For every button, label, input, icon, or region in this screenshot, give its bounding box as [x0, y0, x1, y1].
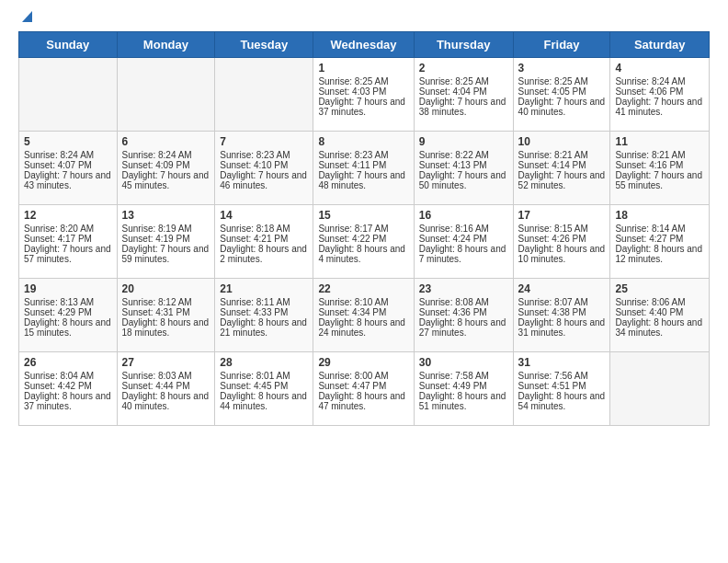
calendar-cell — [19, 58, 118, 132]
daylight-text: Daylight: 7 hours and 43 minutes. — [24, 170, 111, 190]
week-row-4: 19 Sunrise: 8:13 AM Sunset: 4:29 PM Dayl… — [19, 279, 710, 352]
week-row-2: 5 Sunrise: 8:24 AM Sunset: 4:07 PM Dayli… — [19, 132, 710, 205]
daylight-text: Daylight: 7 hours and 50 minutes. — [419, 170, 506, 190]
sunset-text: Sunset: 4:06 PM — [615, 86, 683, 97]
sunset-text: Sunset: 4:13 PM — [419, 160, 487, 170]
sunrise-text: Sunrise: 8:08 AM — [419, 297, 489, 307]
sunset-text: Sunset: 4:49 PM — [419, 381, 487, 391]
calendar-cell: 6 Sunrise: 8:24 AM Sunset: 4:09 PM Dayli… — [117, 132, 215, 205]
calendar-cell — [117, 58, 215, 132]
sunset-text: Sunset: 4:10 PM — [220, 160, 288, 170]
daylight-text: Daylight: 7 hours and 46 minutes. — [220, 170, 307, 190]
calendar-cell: 5 Sunrise: 8:24 AM Sunset: 4:07 PM Dayli… — [19, 132, 118, 205]
day-number: 30 — [419, 356, 508, 369]
sunset-text: Sunset: 4:17 PM — [24, 234, 92, 244]
day-number: 15 — [318, 209, 408, 222]
sunrise-text: Sunrise: 8:23 AM — [220, 150, 290, 160]
daylight-text: Daylight: 7 hours and 57 minutes. — [24, 244, 111, 264]
calendar-cell: 24 Sunrise: 8:07 AM Sunset: 4:38 PM Dayl… — [513, 279, 610, 352]
sunrise-text: Sunrise: 8:18 AM — [220, 224, 290, 234]
calendar-cell: 17 Sunrise: 8:15 AM Sunset: 4:26 PM Dayl… — [513, 205, 610, 279]
day-number: 2 — [419, 62, 508, 75]
daylight-text: Daylight: 8 hours and 40 minutes. — [122, 391, 210, 411]
sunrise-text: Sunrise: 8:25 AM — [318, 76, 388, 86]
day-number: 10 — [518, 135, 606, 148]
calendar-cell: 3 Sunrise: 8:25 AM Sunset: 4:05 PM Dayli… — [513, 58, 610, 132]
sunset-text: Sunset: 4:09 PM — [122, 160, 190, 170]
logo-triangle-icon — [19, 11, 32, 24]
day-number: 6 — [122, 135, 210, 148]
week-row-5: 26 Sunrise: 8:04 AM Sunset: 4:42 PM Dayl… — [19, 352, 710, 426]
sunrise-text: Sunrise: 8:21 AM — [518, 150, 588, 160]
sunset-text: Sunset: 4:03 PM — [318, 86, 386, 97]
day-number: 31 — [518, 356, 606, 369]
daylight-text: Daylight: 7 hours and 52 minutes. — [518, 170, 606, 190]
daylight-text: Daylight: 7 hours and 55 minutes. — [615, 170, 702, 190]
sunrise-text: Sunrise: 8:17 AM — [318, 224, 388, 234]
calendar-cell: 7 Sunrise: 8:23 AM Sunset: 4:10 PM Dayli… — [215, 132, 313, 205]
daylight-text: Daylight: 7 hours and 40 minutes. — [518, 97, 606, 117]
sunset-text: Sunset: 4:16 PM — [615, 160, 683, 170]
day-number: 4 — [615, 62, 704, 75]
calendar-cell: 10 Sunrise: 8:21 AM Sunset: 4:14 PM Dayl… — [513, 132, 610, 205]
sunrise-text: Sunrise: 8:12 AM — [122, 297, 192, 307]
daylight-text: Daylight: 7 hours and 37 minutes. — [318, 97, 405, 117]
day-number: 23 — [419, 282, 508, 295]
daylight-text: Daylight: 8 hours and 34 minutes. — [615, 317, 702, 338]
day-number: 25 — [615, 282, 704, 295]
sunset-text: Sunset: 4:27 PM — [615, 234, 683, 244]
calendar-cell: 2 Sunrise: 8:25 AM Sunset: 4:04 PM Dayli… — [414, 58, 513, 132]
week-row-3: 12 Sunrise: 8:20 AM Sunset: 4:17 PM Dayl… — [19, 205, 710, 279]
daylight-text: Daylight: 8 hours and 18 minutes. — [122, 317, 210, 338]
day-number: 16 — [419, 209, 508, 222]
sunset-text: Sunset: 4:05 PM — [518, 86, 586, 97]
sunrise-text: Sunrise: 7:58 AM — [419, 371, 489, 381]
weekday-header-thursday: Thursday — [414, 32, 513, 58]
calendar-cell: 9 Sunrise: 8:22 AM Sunset: 4:13 PM Dayli… — [414, 132, 513, 205]
daylight-text: Daylight: 8 hours and 51 minutes. — [419, 391, 506, 411]
sunrise-text: Sunrise: 8:24 AM — [24, 150, 94, 160]
sunrise-text: Sunrise: 8:03 AM — [122, 371, 192, 381]
calendar-cell: 27 Sunrise: 8:03 AM Sunset: 4:44 PM Dayl… — [117, 352, 215, 426]
day-number: 3 — [518, 62, 606, 75]
sunset-text: Sunset: 4:19 PM — [122, 234, 190, 244]
sunrise-text: Sunrise: 8:24 AM — [122, 150, 192, 160]
day-number: 21 — [220, 282, 308, 295]
day-number: 8 — [318, 135, 408, 148]
sunset-text: Sunset: 4:11 PM — [318, 160, 386, 170]
calendar-cell — [215, 58, 313, 132]
sunset-text: Sunset: 4:44 PM — [122, 381, 190, 391]
day-number: 13 — [122, 209, 210, 222]
sunset-text: Sunset: 4:24 PM — [419, 234, 487, 244]
daylight-text: Daylight: 7 hours and 41 minutes. — [615, 97, 702, 117]
daylight-text: Daylight: 7 hours and 38 minutes. — [419, 97, 506, 117]
sunrise-text: Sunrise: 8:24 AM — [615, 76, 685, 86]
day-number: 24 — [518, 282, 606, 295]
day-number: 19 — [24, 282, 112, 295]
daylight-text: Daylight: 8 hours and 44 minutes. — [220, 391, 307, 411]
daylight-text: Daylight: 8 hours and 15 minutes. — [24, 317, 111, 338]
weekday-header-sunday: Sunday — [19, 32, 118, 58]
sunset-text: Sunset: 4:51 PM — [518, 381, 586, 391]
daylight-text: Daylight: 8 hours and 10 minutes. — [518, 244, 606, 264]
calendar-cell: 22 Sunrise: 8:10 AM Sunset: 4:34 PM Dayl… — [313, 279, 414, 352]
calendar-cell: 12 Sunrise: 8:20 AM Sunset: 4:17 PM Dayl… — [19, 205, 118, 279]
calendar-cell: 16 Sunrise: 8:16 AM Sunset: 4:24 PM Dayl… — [414, 205, 513, 279]
sunrise-text: Sunrise: 8:25 AM — [518, 76, 588, 86]
sunrise-text: Sunrise: 8:20 AM — [24, 224, 94, 234]
weekday-header-wednesday: Wednesday — [313, 32, 414, 58]
sunset-text: Sunset: 4:31 PM — [122, 307, 190, 317]
sunset-text: Sunset: 4:38 PM — [518, 307, 586, 317]
sunrise-text: Sunrise: 8:13 AM — [24, 297, 94, 307]
header — [18, 15, 710, 24]
calendar-cell: 30 Sunrise: 7:58 AM Sunset: 4:49 PM Dayl… — [414, 352, 513, 426]
sunrise-text: Sunrise: 8:04 AM — [24, 371, 94, 381]
sunrise-text: Sunrise: 8:21 AM — [615, 150, 685, 160]
sunrise-text: Sunrise: 8:15 AM — [518, 224, 588, 234]
sunset-text: Sunset: 4:04 PM — [419, 86, 487, 97]
sunrise-text: Sunrise: 8:00 AM — [318, 371, 388, 381]
day-number: 18 — [615, 209, 704, 222]
day-number: 20 — [122, 282, 210, 295]
day-number: 14 — [220, 209, 308, 222]
daylight-text: Daylight: 8 hours and 54 minutes. — [518, 391, 606, 411]
